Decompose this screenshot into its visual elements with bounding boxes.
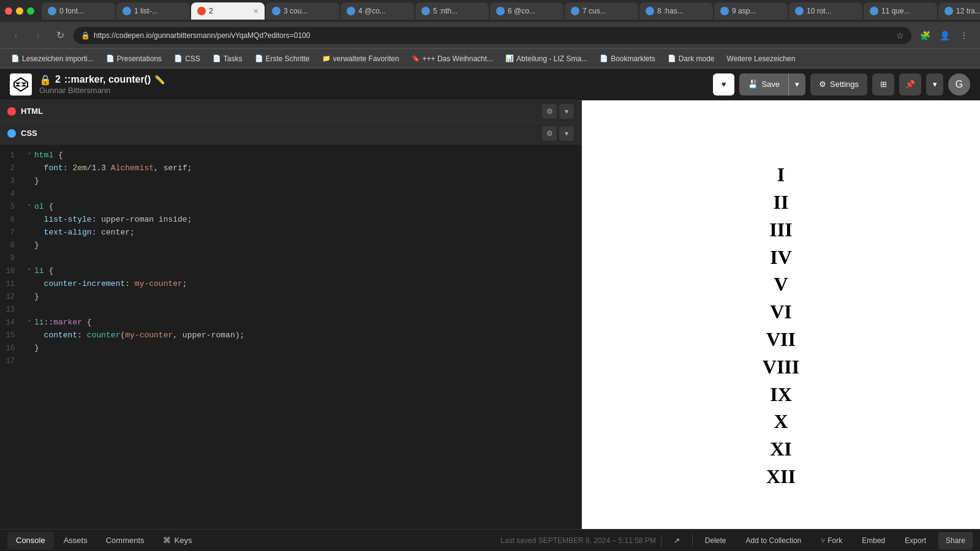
browser-tab-12[interactable]: 11 que... bbox=[864, 2, 937, 20]
bookmark-abteilung[interactable]: 📊Abteilung - LIZ Sma... bbox=[500, 53, 592, 64]
fork-label: Fork bbox=[827, 536, 842, 545]
forward-button[interactable]: › bbox=[29, 27, 47, 44]
tab-comments[interactable]: Comments bbox=[97, 532, 153, 549]
list-item: VI bbox=[763, 298, 799, 326]
tab-close-icon[interactable]: ✕ bbox=[253, 7, 258, 15]
preview-content: I II III IV V VI VII VIII IX X XI XII bbox=[582, 100, 980, 551]
add-to-collection-button[interactable]: Add to Collection bbox=[739, 532, 809, 549]
fork-button[interactable]: ⑂ Fork bbox=[813, 532, 850, 549]
external-link-icon: ↗ bbox=[674, 536, 680, 545]
settings-label: Settings bbox=[830, 80, 859, 89]
browser-chrome: 0 font... 1 list-... 2 ✕ 3 cou... 4 @co.… bbox=[0, 0, 980, 69]
extensions-button[interactable]: 🧩 bbox=[916, 27, 933, 44]
save-label: Save bbox=[761, 80, 780, 89]
bottom-divider-1 bbox=[661, 534, 662, 547]
browser-tab-5[interactable]: 4 @co... bbox=[341, 2, 414, 20]
share-button[interactable]: Share bbox=[938, 532, 973, 549]
settings-button[interactable]: ⚙ Settings bbox=[810, 73, 867, 96]
address-bar[interactable]: 🔒 https://codepen.io/gunnarbittersmann/p… bbox=[74, 27, 911, 44]
editor-panel: HTML ⚙ ▾ CSS ⚙ ▾ bbox=[0, 100, 582, 551]
browser-tab-6[interactable]: 5 :nth... bbox=[415, 2, 489, 20]
save-status: Last saved SEPTEMBER 8, 2024 – 5:11:58 P… bbox=[500, 536, 655, 545]
bottom-tabs: Console Assets Comments ⌘ Keys bbox=[7, 532, 200, 549]
back-button[interactable]: ‹ bbox=[7, 27, 24, 44]
list-item: IV bbox=[763, 244, 799, 271]
reload-button[interactable]: ↻ bbox=[51, 27, 69, 44]
delete-button[interactable]: Delete bbox=[698, 532, 734, 549]
bookmark-verwaltete[interactable]: 📁verwaltete Favoriten bbox=[317, 53, 404, 64]
css-panel: CSS ⚙ ▾ 1 ▾ html { 2 bbox=[0, 122, 581, 529]
list-item: X bbox=[763, 408, 799, 435]
profile-button[interactable]: 👤 bbox=[936, 27, 953, 44]
browser-tab-1[interactable]: 0 font... bbox=[42, 2, 115, 20]
edit-title-icon[interactable]: ✏️ bbox=[154, 75, 165, 84]
bookmark-css[interactable]: 📄CSS bbox=[169, 53, 205, 64]
codepen-logo[interactable] bbox=[10, 73, 32, 96]
bookmark-darkmode[interactable]: 📄Dark mode bbox=[663, 53, 720, 64]
html-collapse-button[interactable]: ▾ bbox=[559, 104, 574, 119]
html-dot bbox=[7, 107, 16, 116]
layout-button[interactable]: ⊞ bbox=[872, 73, 894, 96]
bookmark-star-icon[interactable]: ☆ bbox=[896, 31, 904, 40]
bookmark-erste-schritte[interactable]: 📄Erste Schritte bbox=[250, 53, 315, 64]
list-item: XI bbox=[763, 435, 799, 463]
close-button[interactable] bbox=[5, 7, 12, 15]
bookmark-import[interactable]: 📄Lesezeichen importi... bbox=[6, 53, 99, 64]
save-button[interactable]: 💾 Save bbox=[739, 73, 788, 96]
browser-tab-9[interactable]: 8 :has... bbox=[639, 2, 713, 20]
browser-tab-8[interactable]: 7 cus... bbox=[565, 2, 638, 20]
code-line-14: 14 ▾ li::marker { bbox=[0, 317, 581, 329]
code-line-15: 15 content: counter(my-counter, upper-ro… bbox=[0, 329, 581, 342]
css-collapse-button[interactable]: ▾ bbox=[559, 126, 574, 141]
code-line-9: 9 bbox=[0, 252, 581, 265]
bottom-bar: Console Assets Comments ⌘ Keys Last save… bbox=[0, 529, 980, 551]
maximize-button[interactable] bbox=[27, 7, 34, 15]
more-button[interactable]: ▾ bbox=[926, 73, 943, 96]
export-button[interactable]: Export bbox=[897, 532, 933, 549]
menu-button[interactable]: ⋮ bbox=[956, 27, 973, 44]
html-settings-button[interactable]: ⚙ bbox=[542, 104, 557, 119]
pin-icon: 📌 bbox=[905, 80, 915, 89]
list-item: II bbox=[763, 189, 799, 216]
code-line-8: 8 } bbox=[0, 239, 581, 252]
user-avatar[interactable]: G bbox=[948, 73, 970, 96]
save-dropdown-button[interactable]: ▾ bbox=[788, 73, 805, 96]
export-label: Export bbox=[905, 536, 926, 545]
bookmark-bookmarklets[interactable]: 📄Bookmarklets bbox=[595, 53, 660, 64]
html-panel-actions: ⚙ ▾ bbox=[542, 104, 574, 119]
embed-button[interactable]: Embed bbox=[854, 532, 892, 549]
tab-console[interactable]: Console bbox=[7, 532, 54, 549]
pen-author: Gunnar Bittersmann bbox=[39, 86, 165, 95]
css-code-editor[interactable]: 1 ▾ html { 2 font: 2em/1.3 Alchemist, se… bbox=[0, 144, 581, 529]
list-item: IX bbox=[763, 381, 799, 408]
settings-icon: ⚙ bbox=[819, 80, 826, 89]
browser-tab-4[interactable]: 3 cou... bbox=[266, 2, 339, 20]
traffic-lights bbox=[5, 7, 34, 15]
browser-tab-7[interactable]: 6 @co... bbox=[490, 2, 564, 20]
minimize-button[interactable] bbox=[16, 7, 23, 15]
css-settings-button[interactable]: ⚙ bbox=[542, 126, 557, 141]
code-line-6: 6 list-style: upper-roman inside; bbox=[0, 214, 581, 227]
browser-tab-13[interactable]: 12 tra... bbox=[938, 2, 980, 20]
browser-tab-11[interactable]: 10 rot... bbox=[789, 2, 862, 20]
console-label: Console bbox=[16, 536, 45, 545]
pin-button[interactable]: 📌 bbox=[899, 73, 921, 96]
browser-tab-10[interactable]: 9 asp... bbox=[714, 2, 788, 20]
browser-tab-3[interactable]: 2 ✕ bbox=[191, 2, 265, 20]
bookmark-presentations[interactable]: 📄Presentations bbox=[101, 53, 167, 64]
code-line-13: 13 bbox=[0, 304, 581, 317]
codepen-header: 🔒 2 ::marker, counter() ✏️ Gunnar Bitter… bbox=[0, 69, 980, 100]
bookmark-tasks[interactable]: 📄Tasks bbox=[208, 53, 247, 64]
external-link-button[interactable]: ↗ bbox=[666, 532, 687, 549]
tab-assets[interactable]: Assets bbox=[55, 532, 96, 549]
heart-icon: ♥ bbox=[722, 80, 726, 89]
save-icon: 💾 bbox=[748, 80, 758, 89]
pen-number: 2 bbox=[55, 74, 61, 85]
preview-panel: I II III IV V VI VII VIII IX X XI XII bbox=[582, 100, 980, 551]
assets-label: Assets bbox=[64, 536, 88, 545]
browser-tab-2[interactable]: 1 list-... bbox=[116, 2, 190, 20]
like-button[interactable]: ♥ bbox=[713, 73, 735, 96]
bookmark-weihnacht[interactable]: 🔖+++ Das Weihnacht... bbox=[407, 53, 499, 64]
tab-keys[interactable]: ⌘ Keys bbox=[154, 532, 201, 549]
bookmark-more[interactable]: Weitere Lesezeichen bbox=[722, 53, 801, 64]
